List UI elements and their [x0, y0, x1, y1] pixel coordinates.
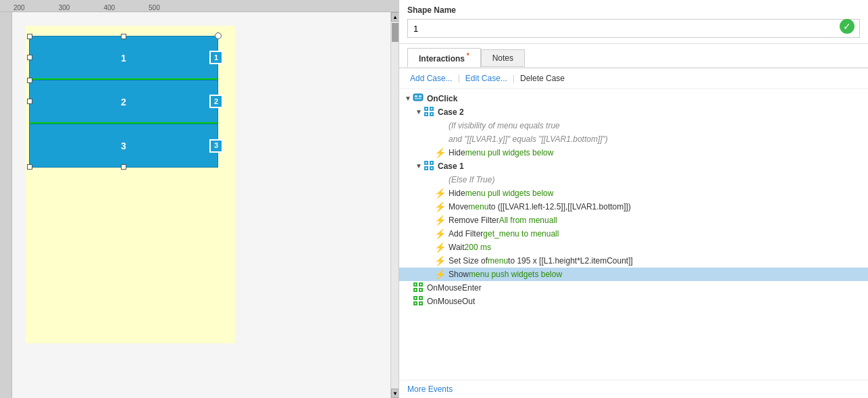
- onmouseenter-icon: [413, 282, 425, 293]
- move-target: menu: [468, 201, 488, 213]
- setsize-target: menu: [488, 255, 508, 267]
- onmouseout-label: OnMouseOut: [427, 295, 475, 307]
- tab-notes-label: Notes: [492, 53, 513, 63]
- tree-row-case1[interactable]: ▼ Case 1: [399, 159, 868, 173]
- case2-label: Case 2: [438, 106, 464, 118]
- ruler-mark: 400: [103, 4, 115, 11]
- interactions-asterisk: *: [465, 52, 469, 59]
- onmouseenter-label: OnMouseEnter: [427, 282, 482, 294]
- condition2-text: and "[[LVAR1.y]]" equals "[[LVAR1.bottom…: [449, 133, 608, 145]
- ruler-mark: 300: [59, 4, 70, 11]
- confirm-button[interactable]: ✓: [840, 19, 854, 34]
- elseiftrue-text: (Else If True): [449, 174, 494, 186]
- tree-row-hide-case2: ⚡ Hide menu pull widgets below: [399, 146, 868, 159]
- svg-rect-32: [415, 297, 416, 299]
- tree-row-hide-case1: ⚡ Hide menu pull widgets below: [399, 186, 868, 200]
- toggle-onclick[interactable]: ▼: [405, 93, 413, 105]
- panel-top: Shape Name ✓ Interactions * Notes Add Ca…: [399, 0, 868, 89]
- tree-row-onclick[interactable]: ▼ OnClick: [399, 92, 868, 105]
- svg-rect-10: [426, 114, 427, 115]
- toggle-case2[interactable]: ▼: [415, 106, 424, 118]
- handle-bc-3: [121, 164, 126, 170]
- onclick-label: OnClick: [427, 93, 457, 105]
- tree-row-show[interactable]: ⚡ Show menu push widgets below: [399, 268, 868, 281]
- widget-label-3: 3: [121, 141, 126, 151]
- shape-name-label: Shape Name: [407, 5, 860, 15]
- canvas-content: ▼ 1 1 2 2: [12, 12, 399, 398]
- svg-rect-16: [426, 162, 427, 164]
- ruler-left: [0, 12, 12, 398]
- handle-tl: [27, 34, 32, 39]
- show-target: menu push widgets below: [469, 268, 562, 280]
- hide-action-case2-target: menu pull widgets below: [465, 147, 554, 159]
- widget-badge-2: 2: [209, 95, 223, 108]
- widget-item-2[interactable]: 2 2: [29, 80, 218, 124]
- delete-case-button[interactable]: Delete Case: [517, 72, 567, 84]
- widget-label-1: 1: [121, 53, 126, 64]
- handle-tc: [121, 34, 126, 39]
- interactions-tree: ▼ OnClick ▼: [399, 89, 868, 380]
- removefilter-target: All from menuall: [499, 214, 557, 226]
- toggle-case1[interactable]: ▼: [415, 160, 424, 172]
- more-events: More Events: [399, 380, 868, 398]
- svg-rect-19: [431, 168, 432, 169]
- scroll-thumb[interactable]: [392, 23, 399, 42]
- edit-case-button[interactable]: Edit Case...: [463, 72, 510, 84]
- svg-rect-3: [415, 98, 422, 99]
- shape-name-row: ✓: [407, 19, 860, 38]
- tree-row-elseiftrue: (Else If True): [399, 173, 868, 186]
- tab-interactions[interactable]: Interactions *: [407, 48, 481, 68]
- tabs-row: Interactions * Notes: [399, 44, 868, 68]
- lightning-icon-7: ⚡: [434, 255, 446, 266]
- scroll-down-btn[interactable]: ▼: [391, 389, 399, 398]
- removefilter-text: Remove Filter: [449, 214, 499, 226]
- scroll-up-btn[interactable]: ▲: [391, 12, 399, 22]
- svg-rect-33: [420, 297, 422, 299]
- more-events-link[interactable]: More Events: [407, 384, 453, 394]
- tab-notes[interactable]: Notes: [481, 49, 525, 67]
- svg-rect-24: [415, 284, 416, 285]
- ruler-mark: 200: [14, 4, 25, 11]
- shape-name-input[interactable]: [407, 19, 860, 38]
- tab-interactions-label: Interactions: [419, 54, 465, 64]
- onclick-icon: [413, 93, 425, 103]
- tree-row-onmouseout[interactable]: OnMouseOut: [399, 295, 868, 308]
- tree-row-setsize: ⚡ Set Size of menu to 195 x [[L1.height*…: [399, 254, 868, 268]
- lightning-icon-8: ⚡: [434, 268, 446, 279]
- wait-text: Wait: [449, 241, 465, 253]
- lightning-icon-1: ⚡: [434, 147, 446, 157]
- add-case-button[interactable]: Add Case...: [407, 72, 455, 84]
- svg-rect-26: [415, 289, 416, 291]
- canvas-scrollbar[interactable]: ▲ ▼: [390, 12, 399, 398]
- tree-row-wait: ⚡ Wait 200 ms: [399, 241, 868, 254]
- widget-item-1[interactable]: 1 1: [29, 36, 218, 80]
- tree-row-case2[interactable]: ▼ Case 2: [399, 105, 868, 119]
- tree-row-onmouseenter[interactable]: OnMouseEnter: [399, 281, 868, 295]
- lightning-icon-6: ⚡: [434, 241, 446, 252]
- right-panel: Shape Name ✓ Interactions * Notes Add Ca…: [399, 0, 868, 398]
- move-params: to ([[LVAR1.left-12.5]],[[LVAR1.bottom]]…: [488, 201, 631, 213]
- toolbar: Add Case... | Edit Case... | Delete Case: [399, 68, 868, 89]
- hide-case1-text: Hide: [449, 187, 465, 199]
- setsize-params: to 195 x [[L1.height*L2.itemCount]]: [508, 255, 633, 267]
- svg-rect-1: [415, 95, 417, 97]
- handle-tl-2: [27, 78, 32, 83]
- svg-rect-34: [415, 303, 416, 304]
- widget-label-2: 2: [121, 97, 126, 107]
- handle-ml: [27, 55, 32, 60]
- svg-rect-25: [420, 284, 422, 285]
- onmouseout-icon: [413, 295, 425, 306]
- tree-row-condition1: (If visibility of menu equals true: [399, 119, 868, 132]
- svg-rect-18: [426, 168, 427, 169]
- widget-item-3[interactable]: 3 3: [29, 124, 218, 168]
- svg-rect-2: [419, 95, 422, 97]
- svg-rect-35: [420, 303, 422, 304]
- tree-row-condition2: and "[[LVAR1.y]]" equals "[[LVAR1.bottom…: [399, 132, 868, 146]
- hide-case1-target: menu pull widgets below: [465, 187, 554, 199]
- svg-rect-8: [426, 108, 427, 109]
- case2-icon: [424, 106, 436, 117]
- tree-row-move: ⚡ Move menu to ([[LVAR1.left-12.5]],[[LV…: [399, 200, 868, 214]
- setsize-text: Set Size of: [449, 255, 488, 267]
- lightning-icon-5: ⚡: [434, 228, 446, 239]
- tree-row-removefilter: ⚡ Remove Filter All from menuall: [399, 214, 868, 227]
